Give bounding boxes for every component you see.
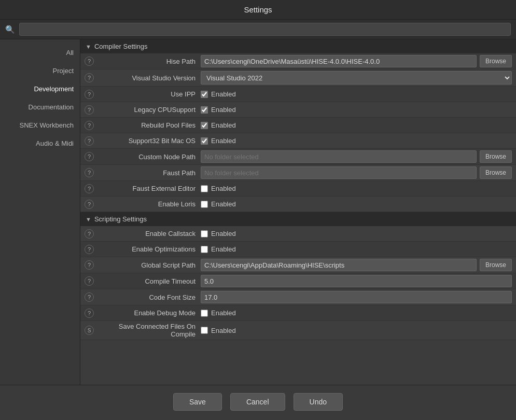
- support32bit-value: Enabled: [201, 137, 512, 145]
- global-script-path-label: Global Script Path: [97, 261, 201, 269]
- enable-optimizations-row: ? Enable Optimizations Enabled: [80, 242, 516, 257]
- hise-path-browse-button[interactable]: Browse: [480, 55, 512, 67]
- faust-path-input[interactable]: [201, 166, 477, 179]
- search-input[interactable]: [19, 23, 511, 36]
- global-script-path-input[interactable]: [201, 259, 477, 271]
- global-script-path-help-icon[interactable]: ?: [85, 260, 94, 270]
- vs-version-help-icon[interactable]: ?: [85, 73, 94, 82]
- scripting-collapse-icon[interactable]: ▼: [86, 216, 91, 222]
- use-ipp-value: Enabled: [201, 90, 512, 98]
- enable-debug-mode-help-icon[interactable]: ?: [85, 309, 94, 318]
- title-bar: Settings: [0, 0, 516, 20]
- legacy-cpu-checkbox[interactable]: [201, 106, 208, 114]
- custom-node-path-help-icon[interactable]: ?: [85, 152, 94, 161]
- code-font-size-value: [201, 291, 512, 303]
- compile-timeout-label: Compile Timeout: [97, 277, 201, 285]
- use-ipp-checkbox[interactable]: [201, 91, 208, 98]
- custom-node-path-input[interactable]: [201, 150, 477, 163]
- use-ipp-checkbox-wrap: Enabled: [201, 90, 236, 98]
- search-bar: 🔍: [0, 20, 516, 39]
- support32bit-checkbox-label: Enabled: [211, 137, 236, 145]
- faust-editor-checkbox-wrap: Enabled: [201, 185, 236, 192]
- faust-path-help-icon[interactable]: ?: [85, 168, 94, 177]
- faust-path-browse-button[interactable]: Browse: [480, 166, 512, 179]
- enable-callstack-help-icon[interactable]: ?: [85, 229, 94, 239]
- faust-editor-label: Faust External Editor: [97, 185, 201, 192]
- compile-timeout-input[interactable]: [201, 275, 512, 287]
- sidebar-item-documentation[interactable]: Documentation: [0, 98, 80, 116]
- custom-node-path-browse-button[interactable]: Browse: [480, 150, 512, 163]
- support32bit-checkbox[interactable]: [201, 137, 208, 145]
- enable-optimizations-checkbox-label: Enabled: [211, 245, 236, 253]
- save-connected-files-help-icon[interactable]: S: [85, 326, 94, 335]
- rebuild-pool-checkbox[interactable]: [201, 122, 208, 129]
- save-connected-files-checkbox-label: Enabled: [211, 327, 236, 334]
- sidebar-item-audio-midi[interactable]: Audio & Midi: [0, 134, 80, 152]
- hise-path-label: Hise Path: [97, 58, 201, 65]
- save-connected-files-label: Save Connected Files On Compile: [97, 323, 201, 338]
- enable-callstack-checkbox-label: Enabled: [211, 230, 236, 237]
- faust-editor-checkbox[interactable]: [201, 185, 208, 192]
- cancel-button[interactable]: Cancel: [230, 393, 285, 411]
- vs-version-value: Visual Studio 2019 Visual Studio 2022: [201, 71, 512, 85]
- enable-callstack-row: ? Enable Callstack Enabled: [80, 226, 516, 242]
- scripting-section-header: ▼ Scripting Settings: [80, 212, 516, 226]
- legacy-cpu-row: ? Legacy CPUSupport Enabled: [80, 102, 516, 118]
- use-ipp-help-icon[interactable]: ?: [85, 90, 94, 99]
- faust-editor-help-icon[interactable]: ?: [85, 184, 94, 193]
- sidebar-item-snex-workbench[interactable]: SNEX Workbench: [0, 116, 80, 134]
- legacy-cpu-label: Legacy CPUSupport: [97, 106, 201, 114]
- faust-path-row: ? Faust Path Browse: [80, 165, 516, 181]
- enable-callstack-checkbox[interactable]: [201, 230, 208, 237]
- compile-timeout-value: [201, 275, 512, 287]
- sidebar-item-development[interactable]: Development: [0, 80, 80, 98]
- rebuild-pool-checkbox-wrap: Enabled: [201, 121, 236, 129]
- faust-editor-row: ? Faust External Editor Enabled: [80, 181, 516, 197]
- compiler-section-title: Compiler Settings: [94, 43, 148, 50]
- save-connected-files-checkbox[interactable]: [201, 327, 208, 334]
- sidebar-item-all[interactable]: All: [0, 44, 80, 62]
- code-font-size-help-icon[interactable]: ?: [85, 292, 94, 302]
- enable-callstack-value: Enabled: [201, 230, 512, 237]
- global-script-path-value: Browse: [201, 259, 512, 271]
- custom-node-path-row: ? Custom Node Path Browse: [80, 149, 516, 165]
- faust-path-value: Browse: [201, 166, 512, 179]
- global-script-path-row: ? Global Script Path Browse: [80, 257, 516, 273]
- sidebar: All Project Development Documentation SN…: [0, 39, 80, 385]
- enable-loris-checkbox-label: Enabled: [211, 200, 236, 208]
- faust-editor-value: Enabled: [201, 185, 512, 192]
- sidebar-item-project[interactable]: Project: [0, 62, 80, 80]
- custom-node-path-value: Browse: [201, 150, 512, 163]
- support32bit-help-icon[interactable]: ?: [85, 136, 94, 146]
- hise-path-input[interactable]: [201, 55, 477, 67]
- compile-timeout-row: ? Compile Timeout: [80, 273, 516, 289]
- vs-version-select[interactable]: Visual Studio 2019 Visual Studio 2022: [201, 71, 512, 85]
- code-font-size-input[interactable]: [201, 291, 512, 303]
- legacy-cpu-help-icon[interactable]: ?: [85, 105, 94, 115]
- enable-loris-help-icon[interactable]: ?: [85, 200, 94, 209]
- hise-path-row: ? Hise Path Browse: [80, 53, 516, 69]
- enable-loris-row: ? Enable Loris Enabled: [80, 197, 516, 212]
- faust-editor-checkbox-label: Enabled: [211, 185, 236, 192]
- vs-version-label: Visual Studio Version: [97, 74, 201, 82]
- rebuild-pool-row: ? Rebuild Pool Files Enabled: [80, 118, 516, 133]
- legacy-cpu-value: Enabled: [201, 106, 512, 114]
- global-script-path-browse-button[interactable]: Browse: [480, 259, 512, 271]
- compile-timeout-help-icon[interactable]: ?: [85, 276, 94, 286]
- compiler-collapse-icon[interactable]: ▼: [86, 44, 91, 50]
- scripting-section-title: Scripting Settings: [94, 215, 147, 223]
- enable-optimizations-checkbox-wrap: Enabled: [201, 245, 236, 253]
- enable-debug-mode-checkbox[interactable]: [201, 310, 208, 317]
- enable-optimizations-checkbox[interactable]: [201, 246, 208, 253]
- undo-button[interactable]: Undo: [294, 393, 343, 411]
- hise-path-help-icon[interactable]: ?: [85, 57, 94, 66]
- use-ipp-row: ? Use IPP Enabled: [80, 87, 516, 102]
- legacy-cpu-checkbox-wrap: Enabled: [201, 106, 236, 114]
- enable-debug-mode-checkbox-label: Enabled: [211, 309, 236, 317]
- faust-path-label: Faust Path: [97, 169, 201, 177]
- save-button[interactable]: Save: [173, 393, 222, 411]
- rebuild-pool-help-icon[interactable]: ?: [85, 121, 94, 130]
- enable-optimizations-help-icon[interactable]: ?: [85, 245, 94, 254]
- rebuild-pool-value: Enabled: [201, 121, 512, 129]
- enable-loris-checkbox[interactable]: [201, 201, 208, 208]
